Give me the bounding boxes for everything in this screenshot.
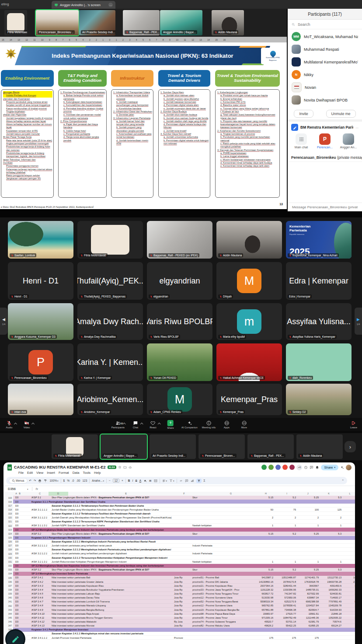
filmstrip-tile[interactable]: Perencanaan_Birorenkeu ..: [36, 10, 79, 35]
sheet-row[interactable]: D3IKSK 3.1.1.3.1Jumlah NSPK Standarisasi…: [13, 524, 355, 528]
filmstrip-tile[interactable]: Addin Maulana: [212, 10, 244, 35]
currency-button[interactable]: $: [63, 479, 65, 482]
column-header-A[interactable]: A: [15, 492, 17, 495]
row-header-337[interactable]: 337: [8, 584, 12, 587]
video-tile[interactable]: intan eva: [8, 384, 73, 415]
toolbar-react[interactable]: React: [146, 420, 160, 429]
row-header-324[interactable]: 324: [8, 532, 12, 535]
bell-icon[interactable]: [315, 466, 319, 469]
chat-tab[interactable]: Angger An...: [338, 133, 359, 153]
sheet-row[interactable]: D3IKSP 3.4.3Nilai investasi sektor pariw…: [13, 584, 355, 588]
column-header-L[interactable]: L: [349, 492, 350, 495]
video-tile[interactable]: PPerencanaan_Birorenkeu: [8, 343, 73, 381]
sheet-row[interactable]: D3IKSP 3.4.7Nilai investasi sektor pariw…: [13, 600, 355, 604]
filmstrip-next-icon[interactable]: ›: [345, 441, 356, 452]
video-tile[interactable]: Assyifaa Yulisna...Assyifaa Yulisna Hari…: [286, 303, 352, 340]
chat-tab[interactable]: PPerencan...: [315, 133, 335, 153]
sheet-row[interactable]: D3IKSP 3.4.10Nilai investasi sektor pari…: [13, 612, 355, 616]
toolbar-leave[interactable]: Leave: [347, 420, 360, 429]
sheet-row[interactable]: D3Sasaran Kegiatan 3.1.1.3 Tersusunnya N…: [13, 520, 355, 524]
name-box[interactable]: D356: [3, 487, 27, 491]
chevron-up-icon[interactable]: [140, 422, 143, 425]
print-button[interactable]: [38, 479, 42, 483]
fill-color-button[interactable]: [143, 479, 147, 483]
sheet-row[interactable]: D3SP 3.4 Meningkatnya Investasi Sektor P…: [13, 572, 355, 576]
video-tile[interactable]: Varis Riwu BPOLBFVaris Riwu BPOLBF: [147, 303, 212, 340]
row-header-321[interactable]: 321: [8, 520, 12, 523]
toolbar-chat[interactable]: Chat: [129, 420, 142, 429]
font-size-decrease[interactable]: −: [109, 479, 111, 482]
redo-button[interactable]: ↷: [34, 479, 36, 483]
toolbar-participants[interactable]: 88Participants: [111, 420, 125, 429]
undo-button[interactable]: ↶: [29, 479, 31, 483]
video-tile[interactable]: Addin Maulana: [216, 221, 282, 259]
sheet-row[interactable]: D3IKSP 3.4.13Nilai investasi sektor pari…: [13, 624, 355, 628]
menus-pill[interactable]: Menus: [9, 479, 27, 483]
chevron-up-icon[interactable]: [31, 422, 35, 425]
chevron-up-icon[interactable]: [14, 422, 17, 425]
chat-message-input[interactable]: [291, 205, 359, 210]
menu-edit[interactable]: Edit: [27, 471, 33, 475]
column-header-C[interactable]: C: [39, 492, 41, 495]
clock-icon[interactable]: [304, 466, 308, 469]
font-size-box[interactable]: 12: [113, 479, 119, 483]
zoom-select[interactable]: 100%▾: [49, 479, 58, 482]
toolbar-meeting-info[interactable]: Meeting info: [202, 420, 216, 429]
bold-button[interactable]: B: [128, 479, 130, 482]
row-header-318[interactable]: 318: [8, 508, 12, 511]
chat-more-icon[interactable]: ...: [355, 125, 359, 129]
share-button[interactable]: Share▾: [321, 465, 338, 470]
participant-row[interactable]: Novan: [288, 81, 362, 94]
toolbar-video[interactable]: Video: [20, 420, 33, 429]
merge-cells-button[interactable]: [154, 479, 157, 483]
sheet-row[interactable]: D3IKSK 3.2.1.2.1Jumlah industri pariwisa…: [13, 552, 355, 556]
participant-row[interactable]: Novita Dwihapsari BPOB: [288, 94, 362, 106]
menu-help[interactable]: Help: [94, 471, 101, 475]
row-header-339[interactable]: 339: [8, 592, 12, 595]
participant-row[interactable]: Muhammad Respati: [288, 43, 362, 56]
video-tile[interactable]: elgyandrianelgyandrian: [147, 262, 212, 300]
sheet-row[interactable]: D3IKSP 3.4.4Nilai investasi sektor pariw…: [13, 588, 355, 592]
invite-button[interactable]: Invite: [294, 110, 313, 118]
sheet-row[interactable]: D3Kegiatan 3.4.1 Peningkatan Manajemen I…: [13, 628, 355, 632]
row-header-343[interactable]: 343: [8, 609, 12, 611]
toolbar-ai-companion[interactable]: AI Companion: [181, 420, 198, 429]
sheet-row[interactable]: D3IKSK 3.1.1.2.1Jumlah Daerah yang Menda…: [13, 516, 355, 520]
menu-tools[interactable]: Tools: [83, 471, 91, 475]
gallery-next-button[interactable]: ▶1/4: [355, 308, 362, 335]
filmstrip-tile[interactable]: Angger Anindito | Bappe...: [160, 10, 202, 35]
chat-tab[interactable]: Main chat: [291, 133, 311, 153]
row-header-344[interactable]: 344: [8, 612, 12, 615]
horizontal-align-button[interactable]: ▾: [162, 479, 167, 483]
row-header-342[interactable]: 342: [8, 605, 12, 607]
menu-insert[interactable]: Insert: [47, 471, 55, 475]
number-format-button[interactable]: 123: [82, 479, 87, 482]
vertical-align-button[interactable]: ▾: [169, 479, 174, 483]
row-header-320[interactable]: 320: [8, 516, 12, 519]
chevron-up-icon[interactable]: [123, 422, 126, 425]
profile-avatar[interactable]: [346, 465, 352, 470]
video-tile[interactable]: Bappenas_Rafi - PEKED (ex IPEK): [147, 221, 212, 259]
font-select[interactable]: Anahe...▾: [92, 479, 104, 482]
video-tile[interactable]: Edra | KemenparEdra | Kemenpar: [286, 262, 352, 300]
sheet-row[interactable]: D3IKSP 3.4.12Nilai investasi sektor pari…: [13, 620, 355, 624]
star-icon[interactable]: [118, 466, 122, 469]
toolbar-more[interactable]: More: [237, 420, 251, 429]
row-header-336[interactable]: 336: [8, 581, 12, 583]
sheet-row[interactable]: D3IKSP 3.4.1Nilai investasi sektor pariw…: [13, 576, 355, 580]
borders-button[interactable]: ⊞: [149, 479, 151, 483]
video-tile[interactable]: Anggara Kusuma_Kemenpar D3: [8, 303, 73, 340]
column-header-F[interactable]: F: [183, 492, 184, 495]
sheet-row[interactable]: D3IKSP 3.4.2Nilai investasi sektor pariw…: [13, 580, 355, 584]
chevron-up-icon[interactable]: [158, 422, 161, 425]
percent-button[interactable]: %: [67, 479, 70, 482]
row-header-330[interactable]: 330: [8, 556, 12, 559]
sheet-row[interactable]: D3IKSP 3.4.6Nilai investasi sektor pariw…: [13, 596, 355, 600]
column-header-H[interactable]: H: [265, 492, 267, 495]
row-header-329[interactable]: 329: [8, 553, 12, 555]
tab-more-icon[interactable]: ⋯: [108, 3, 113, 7]
row-header-319[interactable]: 319: [8, 512, 12, 515]
video-tile[interactable]: Kementerian PariwisataRepublik Indonesia…: [286, 221, 352, 259]
filter-button[interactable]: [196, 479, 202, 483]
filmstrip-tile[interactable]: Ari Prasetio Sesdep Indi...: [79, 10, 115, 35]
